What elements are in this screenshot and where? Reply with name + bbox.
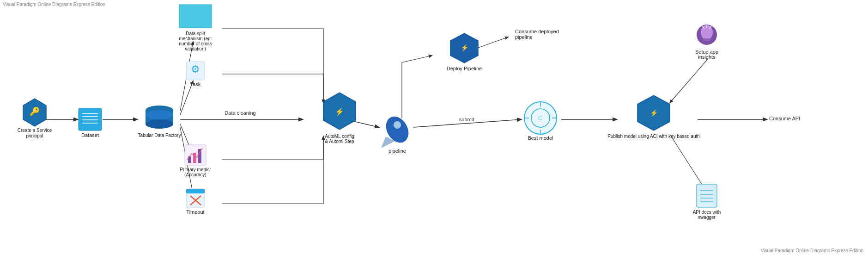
svg-text:& Automl Step: & Automl Step — [325, 139, 354, 144]
node-deploy-pipeline: ⚡ Deploy Pipeline — [447, 33, 482, 71]
svg-rect-77 — [704, 41, 710, 43]
svg-text:Primary metric:: Primary metric: — [180, 167, 211, 172]
svg-text:mechanism (eg:: mechanism (eg: — [179, 36, 212, 41]
svg-rect-83 — [697, 184, 717, 207]
svg-text:⚡: ⚡ — [461, 44, 469, 52]
svg-point-28 — [146, 119, 173, 129]
svg-text:Dataset: Dataset — [81, 132, 99, 138]
svg-text:validation): validation) — [185, 46, 206, 51]
svg-text:⚙: ⚙ — [191, 63, 200, 75]
svg-text:⚡: ⚡ — [335, 107, 344, 116]
node-consume-api: Consume API — [769, 116, 800, 121]
node-service-principal: 🔑 Create a Service principal — [18, 99, 52, 138]
svg-text:Data cleaning: Data cleaning — [225, 110, 255, 116]
svg-text:pipeline: pipeline — [515, 34, 533, 40]
svg-text:⚡: ⚡ — [650, 109, 658, 117]
node-automl-config: ⚡ AutoML config & Automl Step — [323, 93, 356, 144]
node-consume-deployed: Consume deployed pipeline — [515, 29, 559, 40]
svg-point-29 — [146, 110, 173, 119]
svg-rect-20 — [79, 108, 102, 131]
svg-point-56 — [394, 121, 401, 129]
node-task: ⚙ Task — [186, 62, 205, 87]
svg-text:🔑: 🔑 — [30, 106, 40, 117]
node-publish-model: ⚡ Publish model using ACI with key based… — [607, 95, 700, 139]
node-pipeline: pipeline — [381, 112, 413, 154]
svg-text:pipeline: pipeline — [388, 148, 406, 154]
svg-rect-31 — [179, 5, 212, 28]
svg-text:⬡: ⬡ — [538, 115, 543, 121]
svg-text:Consume deployed: Consume deployed — [515, 29, 559, 34]
diagram: Data cleaning submit 🔑 Create a Service … — [0, 0, 868, 255]
node-data-split: Data split mechanism (eg: number of cros… — [179, 5, 212, 51]
svg-line-13 — [670, 60, 707, 103]
svg-text:Task: Task — [190, 81, 201, 87]
svg-text:Create a Service: Create a Service — [18, 128, 52, 133]
svg-text:principal: principal — [26, 133, 43, 138]
svg-text:Publish model using ACI with k: Publish model using ACI with key based a… — [607, 134, 700, 139]
svg-text:Deploy Pipeline: Deploy Pipeline — [447, 66, 482, 71]
node-dataset: Dataset — [79, 108, 102, 138]
svg-text:insights: insights — [698, 54, 716, 60]
node-best-model: ⬡ Best model — [524, 102, 557, 141]
svg-text:Consume API: Consume API — [769, 116, 800, 121]
node-timeout: Timeout — [186, 189, 205, 215]
svg-text:swagger: swagger — [698, 215, 716, 220]
svg-rect-76 — [703, 38, 710, 41]
svg-rect-46 — [186, 189, 205, 193]
svg-text:Data split: Data split — [186, 31, 205, 36]
svg-text:Timeout: Timeout — [186, 209, 204, 215]
svg-text:Tabular Data Factory: Tabular Data Factory — [138, 133, 181, 138]
svg-text:Best model: Best model — [528, 135, 553, 141]
node-api-docs: API docs with swagger — [693, 184, 721, 220]
svg-text:AutoML config: AutoML config — [325, 134, 354, 139]
node-setup-insights: Setup app insights — [695, 25, 718, 60]
node-tabular-factory: Tabular Data Factory — [138, 106, 181, 138]
svg-text:submit: submit — [459, 117, 474, 122]
svg-text:(Accuracy): (Accuracy) — [184, 172, 206, 177]
svg-text:API docs with: API docs with — [693, 210, 721, 215]
svg-line-15 — [670, 134, 707, 192]
svg-line-11 — [476, 37, 508, 49]
svg-rect-41 — [193, 153, 196, 163]
svg-text:number of cross: number of cross — [179, 41, 212, 46]
